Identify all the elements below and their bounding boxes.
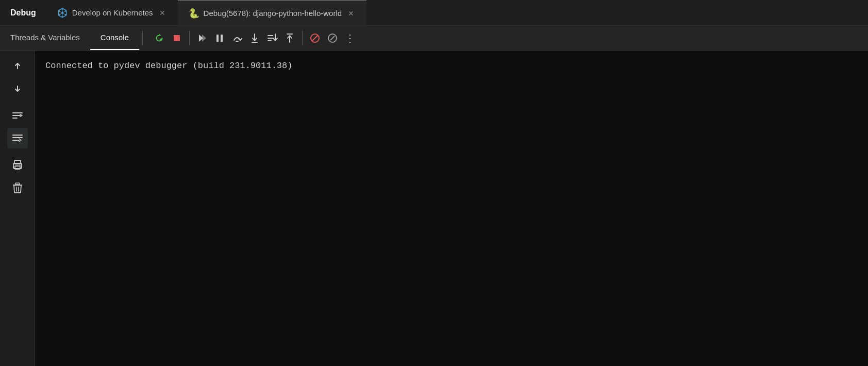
more-options-icon: ⋮: [345, 32, 355, 44]
debug-label: Debug: [10, 8, 36, 18]
step-out-button[interactable]: [281, 30, 298, 46]
toolbar: Threads & Variables Console: [0, 26, 868, 51]
svg-line-32: [312, 35, 318, 41]
stop-button[interactable]: [169, 30, 185, 46]
tab-k8s[interactable]: Develop on Kubernetes ✕: [46, 0, 178, 25]
mute-breakpoints-button[interactable]: [307, 30, 323, 46]
svg-rect-21: [221, 35, 223, 42]
svg-line-10: [63, 13, 64, 14]
step-into-my-code-button[interactable]: [264, 30, 280, 46]
svg-rect-43: [15, 166, 20, 169]
tab-k8s-label: Develop on Kubernetes: [72, 8, 153, 17]
toolbar-divider-2: [189, 31, 190, 45]
step-over-button[interactable]: [229, 30, 245, 46]
tab-debug[interactable]: Debug: [0, 0, 46, 25]
console-line-1: Connected to pydev debugger (build 231.9…: [45, 59, 858, 73]
tab-django-label: Debug(5678): django-python-hello-world: [204, 9, 342, 18]
toolbar-tabs: Threads & Variables Console: [0, 26, 139, 50]
svg-line-34: [330, 36, 335, 40]
pause-button[interactable]: [211, 30, 228, 46]
svg-point-4: [64, 14, 65, 15]
tab-django-close[interactable]: ✕: [346, 8, 356, 19]
svg-point-2: [62, 9, 63, 10]
svg-point-44: [20, 165, 21, 166]
rerun-button[interactable]: [151, 30, 168, 46]
clear-breakpoints-button[interactable]: [324, 30, 341, 46]
tab-threads-variables[interactable]: Threads & Variables: [0, 26, 90, 50]
svg-line-13: [60, 11, 61, 12]
more-options-button[interactable]: ⋮: [342, 30, 358, 46]
svg-point-5: [62, 15, 63, 16]
step-into-button[interactable]: [246, 30, 263, 46]
toolbar-divider-3: [302, 31, 303, 45]
scroll-down-button[interactable]: [7, 78, 28, 99]
console-area[interactable]: Connected to pydev debugger (build 231.9…: [35, 51, 868, 366]
svg-line-12: [60, 13, 61, 14]
tab-console[interactable]: Console: [90, 26, 139, 50]
k8s-icon: [57, 7, 68, 19]
svg-point-7: [59, 10, 60, 11]
svg-point-1: [61, 12, 63, 14]
svg-point-6: [59, 14, 60, 15]
scroll-up-button[interactable]: [7, 56, 28, 76]
toolbar-divider-1: [142, 31, 143, 45]
svg-rect-46: [15, 183, 20, 185]
side-panel: [0, 51, 35, 366]
svg-marker-19: [202, 35, 206, 42]
tab-bar: Debug Develop on K: [0, 0, 868, 26]
print-button[interactable]: [7, 155, 28, 175]
svg-point-3: [64, 10, 65, 11]
svg-rect-17: [174, 35, 180, 41]
tab-django[interactable]: 🐍 Debug(5678): django-python-hello-world…: [178, 0, 367, 25]
clear-console-button[interactable]: [7, 177, 28, 198]
soft-wrap-button[interactable]: [7, 105, 28, 126]
scroll-to-end-button[interactable]: [7, 128, 28, 148]
toolbar-actions: ⋮: [146, 30, 363, 46]
main-area: Connected to pydev debugger (build 231.9…: [0, 51, 868, 366]
svg-marker-14: [159, 34, 161, 36]
svg-line-9: [63, 11, 64, 12]
svg-point-16: [160, 39, 161, 40]
tab-k8s-close[interactable]: ✕: [157, 8, 168, 18]
python-icon: 🐍: [188, 8, 199, 19]
svg-rect-20: [216, 35, 219, 42]
resume-button[interactable]: [194, 30, 210, 46]
